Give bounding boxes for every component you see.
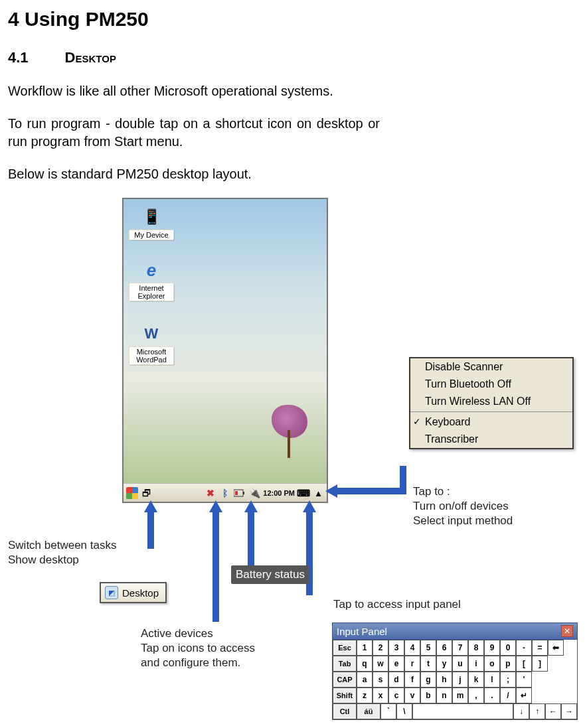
pm250-desktop: 📱 My Device e Internet Explorer W Micros…: [122, 198, 328, 503]
taskbar-clock: 12:00 PM: [263, 489, 295, 497]
keyboard-key[interactable]: ,: [468, 688, 484, 703]
keyboard-key[interactable]: 8: [468, 640, 484, 656]
keyboard-key[interactable]: =: [532, 640, 548, 656]
keyboard-key[interactable]: ]: [532, 656, 548, 672]
desktop-icon-label: Internet Explorer: [129, 283, 174, 301]
keyboard-key[interactable]: áü: [357, 703, 380, 719]
keyboard-key[interactable]: \: [396, 703, 412, 719]
subsection-title: Desktop: [65, 49, 116, 66]
keyboard-key[interactable]: [: [516, 656, 532, 672]
keyboard-key[interactable]: Esc: [333, 640, 357, 656]
keyboard-key[interactable]: ↑: [529, 703, 545, 719]
start-button[interactable]: [126, 487, 138, 499]
paragraph: Workflow is like all other Microsoft ope…: [8, 82, 579, 100]
sip-menu-icon[interactable]: ▴: [312, 487, 324, 499]
keyboard-key[interactable]: Shift: [333, 688, 357, 703]
keyboard-key[interactable]: q: [357, 656, 373, 672]
keyboard-key[interactable]: i: [468, 656, 484, 672]
keyboard-key[interactable]: 6: [436, 640, 452, 656]
keyboard-row: Tabqwertyuiop[]: [333, 656, 577, 672]
annotation-line: Tap to :: [413, 484, 513, 499]
keyboard-key[interactable]: s: [373, 672, 388, 688]
keyboard-key[interactable]: 3: [388, 640, 404, 656]
keyboard-key[interactable]: b: [420, 688, 436, 703]
keyboard-key[interactable]: ↓: [513, 703, 529, 719]
menu-item-bt-off[interactable]: Turn Bluetooth Off: [410, 376, 572, 393]
keyboard-key[interactable]: ⬅: [548, 640, 564, 656]
keyboard-key[interactable]: ;: [500, 672, 516, 688]
keyboard-key[interactable]: 5: [420, 640, 436, 656]
annotation-line: Show desktop: [8, 553, 116, 567]
keyboard-key[interactable]: CAP: [333, 672, 357, 688]
keyboard-key[interactable]: Tab: [333, 656, 357, 672]
arrow-line: [248, 512, 254, 569]
annotation-input-panel: Tap to access input panel: [333, 597, 461, 612]
keyboard-key[interactable]: d: [388, 672, 404, 688]
menu-item-disable-scanner[interactable]: Disable Scanner: [410, 358, 572, 376]
tasks-icon[interactable]: 🗗: [141, 487, 153, 499]
subsection-number: 4.1: [8, 49, 29, 66]
sip-context-menu: Disable Scanner Turn Bluetooth Off Turn …: [409, 357, 574, 449]
keyboard-key[interactable]: Ctl: [333, 703, 357, 719]
keyboard-key[interactable]: y: [436, 656, 452, 672]
keyboard-key[interactable]: k: [468, 672, 484, 688]
keyboard-key[interactable]: n: [436, 688, 452, 703]
keyboard-key[interactable]: ': [516, 672, 532, 688]
keyboard-key[interactable]: [412, 703, 513, 719]
keyboard-key[interactable]: 4: [404, 640, 420, 656]
sip-icon[interactable]: ⌨: [297, 487, 309, 499]
wordpad-icon: W: [140, 323, 163, 345]
keyboard-key[interactable]: .: [484, 688, 500, 703]
keyboard-key[interactable]: h: [436, 672, 452, 688]
arrow-icon: [325, 484, 337, 498]
keyboard-key[interactable]: 2: [373, 640, 388, 656]
paragraph: To run program - double tap on a shortcu…: [8, 115, 380, 151]
keyboard-key[interactable]: z: [357, 688, 373, 703]
keyboard-key[interactable]: p: [500, 656, 516, 672]
annotation-line: Select input method: [413, 514, 513, 528]
desktop-icon-my-device[interactable]: 📱 My Device: [129, 206, 174, 240]
keyboard-key[interactable]: c: [388, 688, 404, 703]
arrow-icon: [209, 500, 222, 512]
menu-item-transcriber[interactable]: Transcriber: [410, 431, 572, 448]
power-icon[interactable]: 🔌: [248, 487, 260, 499]
keyboard-key[interactable]: /: [500, 688, 516, 703]
keyboard-key[interactable]: u: [452, 656, 468, 672]
keyboard-key[interactable]: o: [484, 656, 500, 672]
keyboard-key[interactable]: 0: [500, 640, 516, 656]
keyboard-key[interactable]: e: [388, 656, 404, 672]
desktop-icon-wordpad[interactable]: W Microsoft WordPad: [129, 323, 174, 365]
desktop-icon-label: My Device: [129, 230, 174, 240]
keyboard-key[interactable]: 7: [452, 640, 468, 656]
keyboard-key[interactable]: →: [561, 703, 577, 719]
wifi-off-icon[interactable]: ✖: [205, 487, 216, 499]
input-panel: Input Panel ✕ Esc1234567890-=⬅Tabqwertyu…: [332, 622, 578, 720]
keyboard-key[interactable]: r: [404, 656, 420, 672]
keyboard-key[interactable]: ←: [545, 703, 561, 719]
keyboard-key[interactable]: x: [373, 688, 388, 703]
keyboard-key[interactable]: ↵: [516, 688, 532, 703]
menu-item-keyboard[interactable]: Keyboard: [410, 413, 572, 431]
keyboard-key[interactable]: v: [404, 688, 420, 703]
keyboard-key[interactable]: a: [357, 672, 373, 688]
desktop-button-popup[interactable]: ◩ Desktop: [100, 582, 167, 603]
keyboard-key[interactable]: f: [404, 672, 420, 688]
keyboard-key[interactable]: `: [380, 703, 396, 719]
taskbar: 🗗 ✖ ᛒ 🔌 12:00 PM ⌨ ▴: [124, 483, 327, 502]
desktop-icon-ie[interactable]: e Internet Explorer: [129, 259, 174, 301]
keyboard-key[interactable]: w: [373, 656, 388, 672]
keyboard-key[interactable]: 9: [484, 640, 500, 656]
desktop-button-label: Desktop: [122, 587, 159, 599]
keyboard-key[interactable]: g: [420, 672, 436, 688]
keyboard-key[interactable]: -: [516, 640, 532, 656]
menu-item-wlan-off[interactable]: Turn Wireless LAN Off: [410, 393, 572, 410]
desktop-icon: ◩: [105, 586, 118, 599]
keyboard-key[interactable]: m: [452, 688, 468, 703]
keyboard-key[interactable]: j: [452, 672, 468, 688]
bluetooth-icon[interactable]: ᛒ: [219, 487, 231, 499]
close-icon[interactable]: ✕: [561, 625, 573, 637]
keyboard-key[interactable]: 1: [357, 640, 373, 656]
keyboard-key[interactable]: t: [420, 656, 436, 672]
keyboard-key[interactable]: l: [484, 672, 500, 688]
battery-icon[interactable]: [234, 487, 246, 499]
